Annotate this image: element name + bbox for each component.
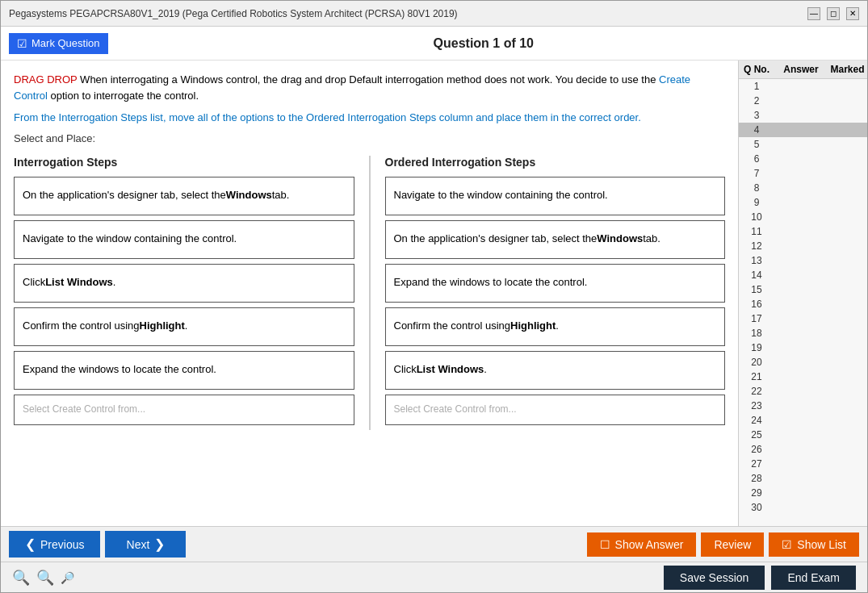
list-item[interactable]: Navigate to the window containing the co… xyxy=(385,177,726,215)
right-arrow-icon: ❯ xyxy=(154,537,165,552)
sidebar-qno-header: Q No. xyxy=(740,64,773,75)
sidebar-row-7[interactable]: 7 xyxy=(739,166,867,181)
drag-drop-area: Interrogation Steps On the application's… xyxy=(14,156,725,430)
sidebar-row-4[interactable]: 4 xyxy=(739,123,867,137)
sidebar-row-29[interactable]: 29 xyxy=(739,486,867,500)
minimize-button[interactable]: — xyxy=(807,7,820,20)
sidebar-row-17[interactable]: 17 xyxy=(739,311,867,326)
list-item[interactable]: Expand the windows to locate the control… xyxy=(385,264,726,303)
sidebar-row-26[interactable]: 26 xyxy=(739,442,867,457)
list-item[interactable]: Select Create Control from... xyxy=(14,395,354,425)
list-item[interactable]: Confirm the control using Highlight. xyxy=(385,307,726,346)
title-bar: Pegasystems PEGAPCRSA80V1_2019 (Pega Cer… xyxy=(1,1,867,27)
maximize-button[interactable]: ◻ xyxy=(827,7,840,20)
review-button[interactable]: Review xyxy=(701,532,764,557)
list-item[interactable]: Click List Windows. xyxy=(385,351,726,390)
main-content: DRAG DROP When interrogating a Windows c… xyxy=(1,61,738,526)
sidebar-row-8[interactable]: 8 xyxy=(739,181,867,195)
sidebar-row-22[interactable]: 22 xyxy=(739,384,867,399)
list-item[interactable]: Expand the windows to locate the control… xyxy=(14,351,354,390)
sidebar-marked-header: Marked xyxy=(829,64,866,75)
zoom-reset-button[interactable]: 🔍 xyxy=(36,569,54,587)
interrogation-steps-title: Interrogation Steps xyxy=(14,156,354,169)
sidebar-row-18[interactable]: 18 xyxy=(739,326,867,340)
bottom-bar: ❮ Previous Next ❯ Show Answer Review Sho… xyxy=(1,526,867,562)
previous-button[interactable]: ❮ Previous xyxy=(9,531,100,558)
question-body-text: When interrogating a Windows control, th… xyxy=(80,73,659,86)
ordered-steps-title: Ordered Interrogation Steps xyxy=(385,156,726,169)
sidebar-row-25[interactable]: 25 xyxy=(739,428,867,442)
question-title: Question 1 of 10 xyxy=(108,36,859,51)
sidebar-row-14[interactable]: 14 xyxy=(739,268,867,282)
left-arrow-icon: ❮ xyxy=(25,537,36,552)
sidebar-row-20[interactable]: 20 xyxy=(739,355,867,370)
show-answer-button[interactable]: Show Answer xyxy=(587,532,697,557)
zoom-controls: 🔍 🔍 🔎 xyxy=(12,569,74,587)
sidebar-row-9[interactable]: 9 xyxy=(739,195,867,210)
sidebar-row-16[interactable]: 16 xyxy=(739,297,867,311)
interrogation-steps-column: Interrogation Steps On the application's… xyxy=(14,156,354,430)
zoom-in-button[interactable]: 🔎 xyxy=(61,571,74,584)
content-area: DRAG DROP When interrogating a Windows c… xyxy=(1,61,867,526)
list-item[interactable]: Confirm the control using Highlight. xyxy=(14,307,354,346)
question-sidebar: Q No. Answer Marked 1 2 3 4 5 6 7 8 9 10… xyxy=(738,61,867,526)
sidebar-row-2[interactable]: 2 xyxy=(739,94,867,108)
ordered-steps-column: Ordered Interrogation Steps Navigate to … xyxy=(385,156,726,430)
sidebar-row-12[interactable]: 12 xyxy=(739,239,867,253)
session-exam-buttons: Save Session End Exam xyxy=(664,566,856,590)
sidebar-row-21[interactable]: 21 xyxy=(739,370,867,384)
ordered-highlight: Ordered Interrogation Steps xyxy=(306,111,436,123)
question-body-text2: option to interrogate the control. xyxy=(48,90,199,102)
sidebar-header: Q No. Answer Marked xyxy=(739,61,867,79)
window-controls: — ◻ ✕ xyxy=(807,7,859,20)
sidebar-row-15[interactable]: 15 xyxy=(739,282,867,297)
select-place-label: Select and Place: xyxy=(14,132,725,144)
sidebar-row-5[interactable]: 5 xyxy=(739,137,867,152)
zoom-bar: 🔍 🔍 🔎 Save Session End Exam xyxy=(1,562,867,592)
sidebar-row-30[interactable]: 30 xyxy=(739,500,867,515)
question-text-2: From the Interrogation Steps list, move … xyxy=(14,110,725,126)
list-item[interactable]: Select Create Control from... xyxy=(385,395,726,425)
sidebar-row-27[interactable]: 27 xyxy=(739,457,867,471)
zoom-out-button[interactable]: 🔍 xyxy=(12,569,30,587)
toolbar: Mark Question Question 1 of 10 xyxy=(1,27,867,61)
question-drag-drop-label: DRAG DROP xyxy=(14,73,80,86)
mark-question-button[interactable]: Mark Question xyxy=(9,33,108,54)
sidebar-row-23[interactable]: 23 xyxy=(739,399,867,413)
close-button[interactable]: ✕ xyxy=(846,7,859,20)
sidebar-answer-header: Answer xyxy=(773,64,829,75)
sidebar-row-19[interactable]: 19 xyxy=(739,340,867,355)
sidebar-row-28[interactable]: 28 xyxy=(739,471,867,486)
end-exam-button[interactable]: End Exam xyxy=(771,566,856,590)
next-button[interactable]: Next ❯ xyxy=(105,531,186,558)
list-item[interactable]: On the application's designer tab, selec… xyxy=(385,220,726,259)
sidebar-row-10[interactable]: 10 xyxy=(739,210,867,224)
list-item[interactable]: Navigate to the window containing the co… xyxy=(14,220,354,259)
sidebar-scroll[interactable]: 1 2 3 4 5 6 7 8 9 10 11 12 13 14 15 16 1… xyxy=(739,79,867,526)
list-item[interactable]: On the application's designer tab, selec… xyxy=(14,177,354,215)
sidebar-row-13[interactable]: 13 xyxy=(739,253,867,268)
sidebar-row-11[interactable]: 11 xyxy=(739,224,867,239)
sidebar-row-24[interactable]: 24 xyxy=(739,413,867,428)
list-item[interactable]: Click List Windows. xyxy=(14,264,354,303)
question-text-1: DRAG DROP When interrogating a Windows c… xyxy=(14,72,725,103)
window-title: Pegasystems PEGAPCRSA80V1_2019 (Pega Cer… xyxy=(9,8,458,19)
sidebar-row-3[interactable]: 3 xyxy=(739,108,867,123)
sidebar-row-1[interactable]: 1 xyxy=(739,79,867,94)
sidebar-row-6[interactable]: 6 xyxy=(739,152,867,166)
show-list-button[interactable]: Show List xyxy=(769,532,859,557)
save-session-button[interactable]: Save Session xyxy=(664,566,765,590)
column-divider xyxy=(369,156,371,430)
main-window: Pegasystems PEGAPCRSA80V1_2019 (Pega Cer… xyxy=(0,0,868,593)
